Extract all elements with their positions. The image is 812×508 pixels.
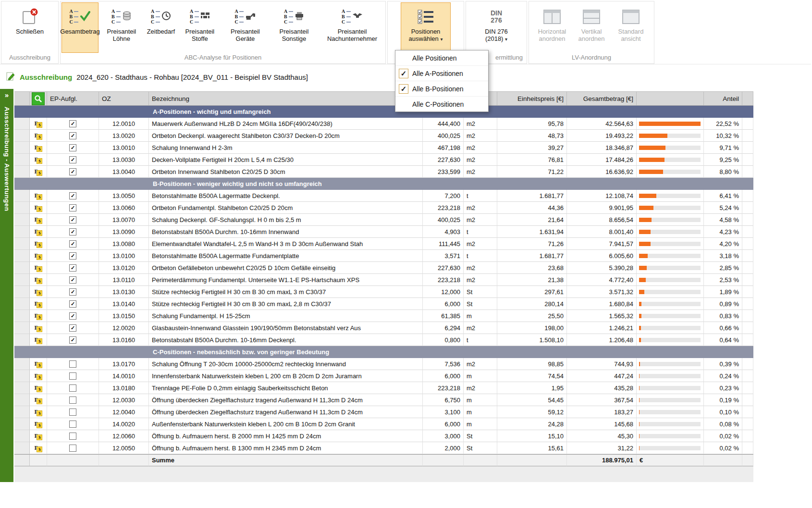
menu-item-alle-a-positionen[interactable]: ✓Alle A-Positionen <box>395 66 488 81</box>
sidebar-tab-auswertungen[interactable]: » Ausschreibung - Auswertungen <box>0 89 13 482</box>
column-header-gesamtbetrag[interactable]: Gesamtbetrag [€] <box>567 92 637 105</box>
ep-aufgl-checkbox[interactable] <box>47 370 99 382</box>
row-selector[interactable] <box>14 286 30 298</box>
positionen-auswaehlen-button[interactable]: Positionen auswählen ▾ <box>401 2 451 53</box>
column-header[interactable] <box>637 92 704 105</box>
ep-aufgl-checkbox[interactable]: ✓ <box>47 262 99 274</box>
row-selector[interactable] <box>14 394 30 406</box>
ep-aufgl-checkbox[interactable] <box>47 382 99 394</box>
position-row[interactable]: PS✓12.0010Mauerwerk Außenwand HLzB D 24c… <box>14 118 753 130</box>
ep-aufgl-checkbox[interactable]: ✓ <box>47 154 99 166</box>
column-header[interactable] <box>742 92 753 105</box>
row-selector[interactable] <box>14 130 30 142</box>
ribbon-button-vertikal-anordnen[interactable]: Vertikal anordnen <box>572 2 611 53</box>
ep-aufgl-checkbox[interactable] <box>47 406 99 418</box>
column-header[interactable] <box>14 92 30 105</box>
ep-aufgl-checkbox[interactable]: ✓ <box>47 202 99 214</box>
row-selector[interactable] <box>14 166 30 178</box>
column-header-search[interactable] <box>30 92 47 105</box>
column-header-oz[interactable]: OZ <box>99 92 149 105</box>
ep-aufgl-checkbox[interactable] <box>47 442 99 454</box>
row-selector[interactable] <box>14 334 30 346</box>
ribbon-button-preisanteil-stoffe[interactable]: ABCPreisanteil Stoffe <box>178 2 221 53</box>
menu-item-alle-b-positionen[interactable]: ✓Alle B-Positionen <box>395 81 488 97</box>
ribbon-button-gesamtbetrag[interactable]: ABCGesamtbetrag <box>62 2 98 53</box>
position-row[interactable]: PS✓13.0030Decken-Vollplatte Fertigteil H… <box>14 154 753 166</box>
ep-aufgl-checkbox[interactable]: ✓ <box>47 166 99 178</box>
position-row[interactable]: PS✓13.0160Betonstabstahl B500A Durchm. 1… <box>14 334 753 346</box>
ribbon-button-preisanteil-nachunternehmer[interactable]: ABCPreisanteil Nachunternehmer <box>320 2 384 53</box>
position-row[interactable]: PS✓13.0120Ortbeton Gefällebeton unbewehr… <box>14 262 753 274</box>
ep-aufgl-checkbox[interactable] <box>47 394 99 406</box>
ep-aufgl-checkbox[interactable]: ✓ <box>47 286 99 298</box>
ep-aufgl-checkbox[interactable]: ✓ <box>47 322 99 334</box>
position-row[interactable]: PS✓12.0020Glasbaustein-Innenwand Glasste… <box>14 322 753 334</box>
search-icon[interactable] <box>32 92 45 105</box>
ep-aufgl-checkbox[interactable]: ✓ <box>47 298 99 310</box>
position-row[interactable]: PS✓13.0070Schalung Deckenpl. GF-Schalung… <box>14 214 753 226</box>
position-row[interactable]: PS✓13.0050Betonstahlmatte B500A Lagermat… <box>14 190 753 202</box>
row-selector[interactable] <box>14 250 30 262</box>
ep-aufgl-checkbox[interactable]: ✓ <box>47 142 99 154</box>
row-selector[interactable] <box>14 190 30 202</box>
row-selector[interactable] <box>14 418 30 430</box>
position-row[interactable]: PS✓13.0150Schalung Fundamentpl. H 15-25c… <box>14 310 753 322</box>
row-selector[interactable] <box>14 154 30 166</box>
ep-aufgl-checkbox[interactable]: ✓ <box>47 130 99 142</box>
position-row[interactable]: PS12.0060Öffnung b. Aufmauern herst. B 2… <box>14 430 753 442</box>
ribbon-button-standard-ansicht[interactable]: Standard ansicht <box>612 2 650 53</box>
ep-aufgl-checkbox[interactable]: ✓ <box>47 118 99 130</box>
position-row[interactable]: PS✓13.0040Ortbeton Innenwand Stahlbeton … <box>14 166 753 178</box>
position-row[interactable]: PS✓13.0110Perimeterdämmung Fundamentpl. … <box>14 274 753 286</box>
position-row[interactable]: PS12.0050Öffnung b. Aufmauern herst. B 1… <box>14 442 753 454</box>
row-selector[interactable] <box>14 442 30 454</box>
ep-aufgl-checkbox[interactable] <box>47 418 99 430</box>
position-row[interactable]: PS✓13.0140Stütze rechteckig Fertigteil H… <box>14 298 753 310</box>
ep-aufgl-checkbox[interactable]: ✓ <box>47 226 99 238</box>
row-selector[interactable] <box>14 238 30 250</box>
horizontal-scrollbar[interactable] <box>14 466 753 482</box>
position-row[interactable]: PS14.0020Außenfensterbank Naturwerkstein… <box>14 418 753 430</box>
row-selector[interactable] <box>14 370 30 382</box>
din276-button[interactable]: DIN 276 DIN 276 (2018) ▾ <box>474 2 518 53</box>
menu-item-alle-positionen[interactable]: Alle Positionen <box>395 50 488 66</box>
position-row[interactable]: PS✓13.0100Betonstahlmatte B500A Lagermat… <box>14 250 753 262</box>
menu-item-alle-c-positionen[interactable]: Alle C-Positionen <box>395 97 488 112</box>
position-row[interactable]: PS13.0170Schalung Öffnung T 20-30cm 1000… <box>14 358 753 370</box>
ep-aufgl-checkbox[interactable]: ✓ <box>47 334 99 346</box>
ribbon-button-preisanteil-ger-te[interactable]: ABCPreisanteil Geräte <box>222 2 268 53</box>
column-header-bezeichnung[interactable]: Bezeichnung <box>149 92 423 105</box>
row-selector[interactable] <box>14 406 30 418</box>
ribbon-button-preisanteil-l-hne[interactable]: ABCPreisanteil Löhne <box>99 2 144 53</box>
ribbon-button-zeitbedarf[interactable]: ABCZeitbedarf <box>145 2 177 53</box>
row-selector[interactable] <box>14 310 30 322</box>
close-button[interactable]: Schließen <box>14 2 46 53</box>
ep-aufgl-checkbox[interactable]: ✓ <box>47 214 99 226</box>
row-selector[interactable] <box>14 430 30 442</box>
position-row[interactable]: PS12.0040Öffnung überdecken Ziegelflachs… <box>14 406 753 418</box>
row-selector[interactable] <box>14 274 30 286</box>
row-selector[interactable] <box>14 202 30 214</box>
row-selector[interactable] <box>14 382 30 394</box>
position-row[interactable]: PS✓13.0010Schalung Innenwand H 2-3m467,1… <box>14 142 753 154</box>
row-selector[interactable] <box>14 358 30 370</box>
row-selector[interactable] <box>14 262 30 274</box>
column-header-ep-aufgl[interactable]: EP-Aufgl. <box>47 92 99 105</box>
column-header-anteil[interactable]: Anteil <box>704 92 742 105</box>
ep-aufgl-checkbox[interactable]: ✓ <box>47 310 99 322</box>
position-row[interactable]: PS✓13.0080Elementwandtafel Wandtafel-L 2… <box>14 238 753 250</box>
position-row[interactable]: PS✓13.0020Ortbeton Deckenpl. waagerecht … <box>14 130 753 142</box>
position-row[interactable]: PS✓13.0130Stütze rechteckig Fertigteil H… <box>14 286 753 298</box>
ep-aufgl-checkbox[interactable]: ✓ <box>47 190 99 202</box>
ribbon-button-preisanteil-sonstige[interactable]: ABCPreisanteil Sonstige <box>269 2 319 53</box>
position-row[interactable]: PS13.0180Trennlage PE-Folie D 0,2mm einl… <box>14 382 753 394</box>
row-selector[interactable] <box>14 118 30 130</box>
ep-aufgl-checkbox[interactable] <box>47 430 99 442</box>
position-row[interactable]: PS✓13.0090Betonstabstahl B500A Durchm. 1… <box>14 226 753 238</box>
row-selector[interactable] <box>14 226 30 238</box>
ribbon-button-horizontal-anordnen[interactable]: Horizontal anordnen <box>533 2 571 53</box>
row-selector[interactable] <box>14 298 30 310</box>
ep-aufgl-checkbox[interactable]: ✓ <box>47 238 99 250</box>
position-row[interactable]: PS✓13.0060Ortbeton Fundamentpl. Stahlbet… <box>14 202 753 214</box>
position-row[interactable]: PS14.0010Innenfensterbank Naturwerkstein… <box>14 370 753 382</box>
